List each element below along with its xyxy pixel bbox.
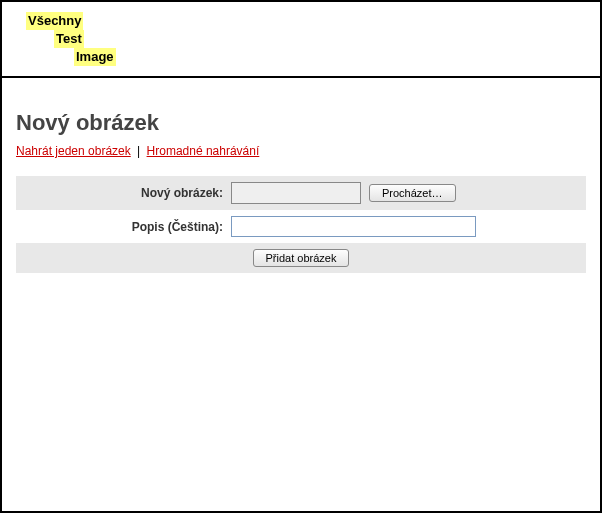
breadcrumb-item[interactable]: Všechny (26, 12, 83, 30)
submit-button[interactable]: Přidat obrázek (253, 249, 350, 267)
file-path-display (231, 182, 361, 204)
breadcrumb-item[interactable]: Image (74, 48, 116, 66)
upload-mode-tabs: Nahrát jeden obrázek | Hromadné nahráván… (16, 144, 586, 158)
tab-separator: | (137, 144, 140, 158)
row-submit: Přidat obrázek (16, 243, 586, 273)
description-label: Popis (Čeština): (16, 220, 231, 234)
window-frame: Všechny Test Image Nový obrázek Nahrát j… (0, 0, 602, 513)
tab-single-upload[interactable]: Nahrát jeden obrázek (16, 144, 131, 158)
content-area: Nový obrázek Nahrát jeden obrázek | Hrom… (2, 78, 600, 511)
tab-bulk-upload[interactable]: Hromadné nahrávání (147, 144, 260, 158)
row-file: Nový obrázek: Procházet… (16, 176, 586, 210)
browse-button[interactable]: Procházet… (369, 184, 456, 202)
breadcrumb-item[interactable]: Test (54, 30, 84, 48)
page-title: Nový obrázek (16, 110, 586, 136)
header-bar: Všechny Test Image (2, 2, 600, 78)
row-description: Popis (Čeština): (16, 210, 586, 243)
file-label: Nový obrázek: (16, 186, 231, 200)
file-input-wrap: Procházet… (231, 182, 456, 204)
description-input[interactable] (231, 216, 476, 237)
